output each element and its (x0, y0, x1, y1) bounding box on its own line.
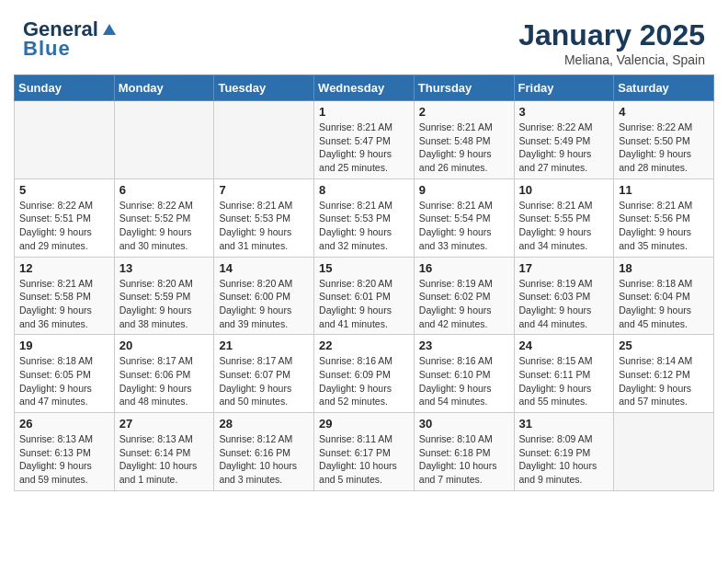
weekday-header-sunday: Sunday (15, 75, 115, 101)
day-info: Sunrise: 8:21 AMSunset: 5:53 PMDaylight:… (319, 199, 409, 253)
calendar-cell-w3d1: 12Sunrise: 8:21 AMSunset: 5:58 PMDayligh… (15, 257, 115, 335)
calendar-cell-w4d7: 25Sunrise: 8:14 AMSunset: 6:12 PMDayligh… (614, 335, 714, 413)
calendar-cell-w5d1: 26Sunrise: 8:13 AMSunset: 6:13 PMDayligh… (15, 413, 115, 491)
calendar-body: 1Sunrise: 8:21 AMSunset: 5:47 PMDaylight… (15, 101, 714, 491)
calendar-cell-w2d1: 5Sunrise: 8:22 AMSunset: 5:51 PMDaylight… (15, 178, 115, 257)
day-number: 27 (119, 417, 210, 431)
svg-marker-0 (103, 24, 116, 35)
week-row-5: 26Sunrise: 8:13 AMSunset: 6:13 PMDayligh… (15, 413, 714, 491)
calendar-cell-w3d6: 17Sunrise: 8:19 AMSunset: 6:03 PMDayligh… (514, 257, 614, 335)
weekday-header-thursday: Thursday (414, 75, 514, 101)
day-number: 17 (519, 261, 609, 275)
calendar-cell-w5d2: 27Sunrise: 8:13 AMSunset: 6:14 PMDayligh… (114, 413, 214, 491)
calendar-cell-w3d2: 13Sunrise: 8:20 AMSunset: 5:59 PMDayligh… (114, 257, 214, 335)
calendar-cell-w4d3: 21Sunrise: 8:17 AMSunset: 6:07 PMDayligh… (214, 335, 314, 413)
day-info: Sunrise: 8:21 AMSunset: 5:47 PMDaylight:… (319, 121, 409, 175)
day-number: 19 (19, 339, 109, 352)
weekday-header-wednesday: Wednesday (314, 75, 415, 101)
day-number: 12 (19, 261, 109, 275)
day-number: 8 (319, 183, 409, 197)
calendar-cell-w5d3: 28Sunrise: 8:12 AMSunset: 6:16 PMDayligh… (214, 413, 314, 491)
week-row-1: 1Sunrise: 8:21 AMSunset: 5:47 PMDaylight… (15, 101, 714, 179)
day-info: Sunrise: 8:09 AMSunset: 6:19 PMDaylight:… (519, 432, 609, 487)
calendar-cell-w2d3: 7Sunrise: 8:21 AMSunset: 5:53 PMDaylight… (214, 178, 314, 257)
day-info: Sunrise: 8:20 AMSunset: 6:01 PMDaylight:… (319, 277, 409, 331)
day-number: 22 (319, 339, 409, 352)
weekday-header-row: SundayMondayTuesdayWednesdayThursdayFrid… (15, 75, 714, 101)
day-number: 2 (419, 105, 509, 119)
day-info: Sunrise: 8:11 AMSunset: 6:17 PMDaylight:… (319, 432, 409, 487)
calendar-cell-w1d1 (15, 101, 115, 179)
day-info: Sunrise: 8:16 AMSunset: 6:10 PMDaylight:… (419, 354, 509, 408)
calendar-cell-w1d3 (214, 101, 314, 179)
calendar-cell-w4d1: 19Sunrise: 8:18 AMSunset: 6:05 PMDayligh… (15, 335, 115, 413)
calendar-cell-w5d5: 30Sunrise: 8:10 AMSunset: 6:18 PMDayligh… (414, 413, 514, 491)
day-info: Sunrise: 8:21 AMSunset: 5:54 PMDaylight:… (419, 199, 509, 253)
day-info: Sunrise: 8:21 AMSunset: 5:55 PMDaylight:… (519, 199, 609, 253)
day-number: 15 (319, 261, 409, 275)
day-info: Sunrise: 8:22 AMSunset: 5:50 PMDaylight:… (619, 121, 709, 175)
weekday-header-saturday: Saturday (614, 75, 714, 101)
day-number: 16 (419, 261, 509, 275)
weekday-header-tuesday: Tuesday (214, 75, 314, 101)
day-number: 18 (619, 261, 709, 275)
calendar-cell-w2d4: 8Sunrise: 8:21 AMSunset: 5:53 PMDaylight… (314, 178, 415, 257)
calendar-cell-w1d4: 1Sunrise: 8:21 AMSunset: 5:47 PMDaylight… (314, 101, 415, 179)
calendar-table: SundayMondayTuesdayWednesdayThursdayFrid… (14, 75, 714, 491)
calendar-cell-w5d4: 29Sunrise: 8:11 AMSunset: 6:17 PMDayligh… (314, 413, 415, 491)
day-number: 3 (519, 105, 609, 119)
day-info: Sunrise: 8:18 AMSunset: 6:04 PMDaylight:… (619, 277, 709, 331)
day-info: Sunrise: 8:12 AMSunset: 6:16 PMDaylight:… (219, 432, 309, 487)
week-row-4: 19Sunrise: 8:18 AMSunset: 6:05 PMDayligh… (15, 335, 714, 413)
day-number: 21 (219, 339, 309, 352)
day-info: Sunrise: 8:13 AMSunset: 6:13 PMDaylight:… (19, 432, 109, 487)
calendar-cell-w4d6: 24Sunrise: 8:15 AMSunset: 6:11 PMDayligh… (514, 335, 614, 413)
day-info: Sunrise: 8:19 AMSunset: 6:03 PMDaylight:… (519, 277, 609, 331)
month-title: January 2025 Meliana, Valencia, Spain (518, 18, 705, 67)
day-info: Sunrise: 8:15 AMSunset: 6:11 PMDaylight:… (519, 354, 609, 408)
day-info: Sunrise: 8:22 AMSunset: 5:51 PMDaylight:… (19, 199, 109, 253)
day-info: Sunrise: 8:21 AMSunset: 5:48 PMDaylight:… (419, 121, 509, 175)
day-info: Sunrise: 8:20 AMSunset: 6:00 PMDaylight:… (219, 277, 309, 331)
calendar-cell-w1d5: 2Sunrise: 8:21 AMSunset: 5:48 PMDaylight… (414, 101, 514, 179)
calendar-cell-w2d2: 6Sunrise: 8:22 AMSunset: 5:52 PMDaylight… (114, 178, 214, 257)
day-number: 28 (219, 417, 309, 431)
calendar-cell-w3d7: 18Sunrise: 8:18 AMSunset: 6:04 PMDayligh… (614, 257, 714, 335)
calendar-cell-w2d6: 10Sunrise: 8:21 AMSunset: 5:55 PMDayligh… (514, 178, 614, 257)
day-info: Sunrise: 8:17 AMSunset: 6:06 PMDaylight:… (119, 354, 210, 408)
day-info: Sunrise: 8:13 AMSunset: 6:14 PMDaylight:… (119, 432, 210, 487)
day-number: 31 (519, 417, 609, 431)
day-info: Sunrise: 8:17 AMSunset: 6:07 PMDaylight:… (219, 354, 309, 408)
calendar-cell-w1d6: 3Sunrise: 8:22 AMSunset: 5:49 PMDaylight… (514, 101, 614, 179)
calendar-cell-w3d4: 15Sunrise: 8:20 AMSunset: 6:01 PMDayligh… (314, 257, 415, 335)
weekday-header-monday: Monday (114, 75, 214, 101)
calendar-cell-w4d4: 22Sunrise: 8:16 AMSunset: 6:09 PMDayligh… (314, 335, 415, 413)
calendar-cell-w4d2: 20Sunrise: 8:17 AMSunset: 6:06 PMDayligh… (114, 335, 214, 413)
day-number: 30 (419, 417, 509, 431)
page-header: General Blue January 2025 Meliana, Valen… (9, 9, 719, 75)
day-number: 20 (119, 339, 210, 352)
week-row-3: 12Sunrise: 8:21 AMSunset: 5:58 PMDayligh… (15, 257, 714, 335)
calendar-cell-w2d7: 11Sunrise: 8:21 AMSunset: 5:56 PMDayligh… (614, 178, 714, 257)
logo: General Blue (23, 18, 118, 61)
day-number: 26 (19, 417, 109, 431)
logo-blue: Blue (23, 37, 71, 61)
day-info: Sunrise: 8:14 AMSunset: 6:12 PMDaylight:… (619, 354, 709, 408)
day-number: 24 (519, 339, 609, 352)
day-number: 1 (319, 105, 409, 119)
calendar-cell-w2d5: 9Sunrise: 8:21 AMSunset: 5:54 PMDaylight… (414, 178, 514, 257)
day-number: 4 (619, 105, 709, 119)
calendar-cell-w5d7 (614, 413, 714, 491)
calendar-cell-w1d7: 4Sunrise: 8:22 AMSunset: 5:50 PMDaylight… (614, 101, 714, 179)
location: Meliana, Valencia, Spain (518, 52, 705, 67)
day-number: 23 (419, 339, 509, 352)
weekday-header-friday: Friday (514, 75, 614, 101)
calendar-cell-w3d5: 16Sunrise: 8:19 AMSunset: 6:02 PMDayligh… (414, 257, 514, 335)
day-info: Sunrise: 8:18 AMSunset: 6:05 PMDaylight:… (19, 354, 109, 408)
day-info: Sunrise: 8:19 AMSunset: 6:02 PMDaylight:… (419, 277, 509, 331)
day-info: Sunrise: 8:22 AMSunset: 5:52 PMDaylight:… (119, 199, 210, 253)
day-info: Sunrise: 8:21 AMSunset: 5:53 PMDaylight:… (219, 199, 309, 253)
calendar-cell-w4d5: 23Sunrise: 8:16 AMSunset: 6:10 PMDayligh… (414, 335, 514, 413)
day-number: 7 (219, 183, 309, 197)
calendar-cell-w1d2 (114, 101, 214, 179)
